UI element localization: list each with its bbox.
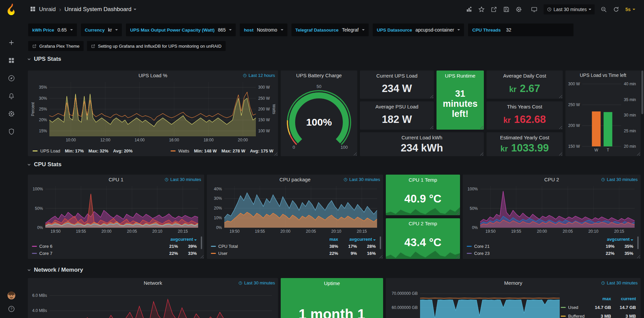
variable-value[interactable]: Telegraf: [342, 27, 359, 33]
panel-time-range[interactable]: Last 30 minutes: [601, 177, 638, 182]
svg-text:20:00: 20:00: [537, 229, 547, 234]
series-name[interactable]: Buffered: [568, 314, 585, 318]
variable-kwh-price[interactable]: kWh Price 0.65: [28, 24, 77, 36]
variable-cpu-threads[interactable]: CPU Threads 32: [468, 24, 573, 36]
share-dashboard-button[interactable]: [491, 6, 497, 13]
panel-time-range[interactable]: Last 30 minutes: [238, 280, 275, 285]
sidebar-configuration-button[interactable]: [7, 109, 16, 118]
cycle-view-button[interactable]: [531, 6, 538, 13]
sidebar-server-admin-button[interactable]: [7, 127, 16, 136]
legend-col-header[interactable]: avg: [338, 237, 357, 242]
panel-title[interactable]: Current UPS Load: [376, 73, 418, 79]
panel-title[interactable]: CPU 1 Temp: [409, 177, 437, 183]
section-network-memory[interactable]: Network / Memory: [27, 267, 83, 273]
svg-text:150 W: 150 W: [568, 144, 580, 149]
panel-title[interactable]: UPS Runtime: [445, 73, 475, 79]
panel-title[interactable]: UPS Load %: [28, 73, 278, 78]
svg-text:T: T: [607, 148, 609, 152]
series-name[interactable]: UPS Load: [40, 148, 60, 153]
panel-title[interactable]: UPS Battery Charge: [281, 73, 357, 78]
legend-col-header[interactable]: current: [178, 237, 197, 242]
star-dashboard-button[interactable]: [478, 6, 485, 13]
apps-grid-button[interactable]: [30, 6, 36, 13]
grafana-logo[interactable]: [0, 0, 23, 19]
memory-graph[interactable]: 50.000000 GB60.000000 GB70.000000 GB: [388, 287, 563, 318]
variable-currency[interactable]: Currency kr: [81, 24, 122, 36]
panel-ups-load-vs-time-left: UPS Load vs Time left 150 W200 W250 W300…: [565, 71, 641, 156]
legend-col-header[interactable]: avg: [596, 237, 614, 242]
legend-col-header[interactable]: current: [611, 296, 636, 301]
time-range-picker[interactable]: Last 30 minutes: [544, 4, 595, 14]
panel-title[interactable]: Current Load kWh: [402, 135, 443, 140]
panel-title[interactable]: This Years Cost: [507, 104, 542, 109]
link-grafana-plex-theme[interactable]: Grafana Plex Theme: [28, 41, 84, 51]
dashboard-settings-button[interactable]: [515, 6, 522, 13]
legend-col-header[interactable]: max: [319, 237, 338, 242]
cpu-threads-input[interactable]: 32: [504, 27, 569, 33]
cpu-package-graph[interactable]: 19:5019:5520:0020:0520:1020:150%10%20%30…: [210, 183, 380, 234]
refresh-interval-picker[interactable]: 5s: [625, 7, 635, 12]
ups-load-graph[interactable]: 10:0012:0014:0016:0018:0020:0015%20%25%3…: [31, 79, 275, 143]
sidebar-profile-button[interactable]: [7, 291, 16, 300]
panel-title[interactable]: Estimated Yearly Cost: [500, 135, 549, 140]
network-graph[interactable]: 2.0 MBs4.0 MBs6.0 MBs: [31, 287, 275, 318]
link-ups-monitoring-guide[interactable]: Setting up Grafana and InfluxDB for UPS …: [87, 41, 226, 51]
series-name[interactable]: CPU Total: [218, 244, 238, 249]
series-name[interactable]: Core 6: [39, 244, 52, 249]
variable-ups-datasource[interactable]: UPS Datasource apcupsd-container: [373, 24, 464, 36]
variable-value[interactable]: 0.65: [57, 27, 66, 33]
chevron-down-icon: [27, 268, 31, 272]
panel-time-range[interactable]: Last 30 minutes: [343, 177, 380, 182]
series-name[interactable]: Watts: [178, 148, 189, 153]
panel-time-range[interactable]: Last 30 minutes: [601, 280, 638, 285]
panel-title[interactable]: Uptime: [324, 280, 340, 286]
legend-col-header[interactable]: current: [614, 237, 633, 242]
legend-scrollbar[interactable]: [380, 236, 381, 249]
dashboard-title-button[interactable]: Unraid System Dashboard: [64, 6, 136, 13]
panel-title[interactable]: Average PSU Load: [375, 104, 418, 109]
variable-value[interactable]: Nostromo: [257, 27, 277, 33]
svg-text:40 min: 40 min: [624, 82, 636, 86]
section-cpu-stats[interactable]: CPU Stats: [27, 161, 61, 168]
variable-host[interactable]: host Nostromo: [240, 24, 287, 36]
add-panel-button[interactable]: [466, 6, 472, 13]
legend-value: 28%: [357, 244, 376, 249]
panel-title[interactable]: Average Daily Cost: [503, 73, 546, 79]
sidebar-explore-button[interactable]: [7, 74, 16, 83]
panel-title[interactable]: CPU 2 Temp: [409, 221, 437, 226]
sidebar-alerting-button[interactable]: [7, 92, 16, 100]
legend-scrollbar[interactable]: [201, 236, 202, 249]
legend-col-header[interactable]: avg: [159, 237, 178, 242]
variable-ups-max-output[interactable]: UPS Max Output Power Capacity (Watt) 865: [126, 24, 236, 36]
legend-col-header[interactable]: max: [586, 296, 611, 301]
legend-value: 35%: [614, 251, 633, 256]
ups-bar-chart[interactable]: 150 W200 W250 W300 W20 min25 min30 min35…: [567, 81, 639, 153]
zoom-out-button[interactable]: [600, 6, 607, 13]
series-name[interactable]: Core 23: [474, 251, 490, 256]
variable-value[interactable]: 865: [218, 27, 226, 33]
svg-text:19:50: 19:50: [229, 229, 239, 234]
variable-value[interactable]: kr: [108, 27, 112, 33]
series-name[interactable]: User: [218, 251, 227, 256]
series-name[interactable]: Core 21: [474, 244, 490, 249]
panel-time-range[interactable]: Last 12 hours: [243, 73, 275, 78]
legend-col-header[interactable]: current: [357, 237, 376, 242]
sidebar-create-button[interactable]: [7, 38, 16, 47]
variable-telegraf-datasource[interactable]: Telegraf Datasource Telegraf: [291, 24, 369, 36]
section-ups-stats[interactable]: UPS Stats: [27, 56, 61, 62]
breadcrumb-org[interactable]: Unraid: [39, 6, 56, 13]
sidebar-dashboards-button[interactable]: [7, 56, 16, 65]
cpu1-graph[interactable]: 19:5019:5520:0020:0520:1020:150%50%100%: [31, 183, 201, 234]
cpu2-graph[interactable]: 19:5019:5520:0020:0520:1020:150%50%100%: [465, 183, 638, 234]
sidebar-help-button[interactable]: ?: [7, 305, 16, 313]
panel-title[interactable]: UPS Load vs Time left: [565, 73, 641, 78]
page-scrollbar[interactable]: [641, 71, 643, 114]
sort-caret-icon: [194, 239, 197, 241]
variable-value[interactable]: apcupsd-container: [415, 27, 454, 33]
legend-scrollbar[interactable]: [637, 236, 639, 249]
refresh-button[interactable]: [613, 6, 619, 13]
save-dashboard-button[interactable]: [503, 6, 510, 13]
series-name[interactable]: Core 7: [39, 251, 52, 256]
series-name[interactable]: Used: [568, 305, 578, 310]
panel-time-range[interactable]: Last 30 minutes: [165, 177, 201, 182]
